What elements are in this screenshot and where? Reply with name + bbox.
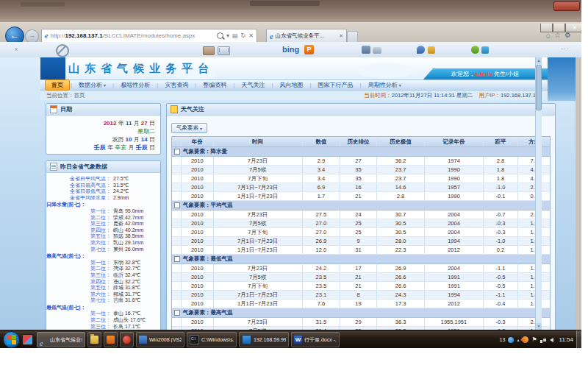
translate-icon[interactable] (481, 46, 489, 54)
bing-logo[interactable]: bing (282, 45, 299, 54)
quick-launch-icon[interactable] (22, 334, 33, 345)
taskbar-button-folder[interactable] (87, 332, 101, 347)
table-row[interactable]: 20101月1日~7月23日1.7212.81990-0.10.4 (172, 192, 550, 201)
taskbar-button-rdp[interactable]: 192.168.59.99... (239, 332, 289, 347)
table-row[interactable]: 20107月23日31.52936.31955,1951-0.32.5 (172, 318, 550, 327)
nav-item-4[interactable]: 整编资料 (197, 80, 232, 90)
folder-icon (90, 336, 98, 344)
table-row[interactable]: 20101月1日~7月23日12.03122.320120.21.6 (172, 246, 550, 255)
page-scrollbar[interactable]: ▲ ▼ (535, 57, 542, 330)
group-checkbox[interactable] (174, 202, 180, 208)
rank-value: 菏泽 32.7℃ (111, 266, 140, 272)
table-cell: 1.6 (518, 282, 550, 290)
element-filter-button[interactable]: 气象要素 ▾ (171, 123, 207, 133)
table-row[interactable]: 20107月1日~7月23日26.9928.01994-1.01.0 (172, 237, 550, 246)
nav-item-1[interactable]: 数据分析▾ (73, 80, 112, 90)
nav-item-3[interactable]: 灾害查询 (159, 80, 194, 90)
rank-value: 临沂 32.4℃ (111, 272, 140, 279)
table-cell: 2010 (182, 157, 214, 165)
weekday: 星期二 (46, 127, 155, 135)
table-row[interactable]: 20107月23日24.21726.92004-1.11.8 (172, 264, 550, 273)
table-cell: 21 (340, 282, 377, 290)
group-checkbox[interactable] (174, 256, 180, 262)
compatibility-view-icon[interactable]: ▤ (232, 32, 238, 39)
table-row[interactable]: 20107月23日2.92736.219742.87.6 (172, 157, 550, 166)
volume-icon[interactable] (550, 338, 553, 342)
table-row[interactable]: 20107月5候27.02530.52004-0.31.6 (172, 219, 550, 228)
screenshot-icon[interactable] (373, 47, 381, 54)
nav-item-5[interactable]: 天气关注 (235, 80, 270, 90)
scrollbar-thumb[interactable] (536, 65, 542, 110)
row-checkbox-col (172, 291, 182, 299)
group-header-row[interactable]: 气象要素：最高气温 (172, 308, 550, 318)
antivirus-tray-icon[interactable] (521, 335, 531, 344)
table-row[interactable]: 20101月1日~7月23日7.61917.32012-0.41.6 (172, 300, 550, 308)
rank-row: 第三位：长岛 17.1℃ (46, 324, 157, 330)
tab-close-icon[interactable]: ✕ (339, 33, 343, 39)
taskbar-button-vm[interactable]: Win2008 (VS2... (136, 332, 184, 347)
group-header-row[interactable]: 气象要素：最低气温 (172, 255, 550, 264)
nav-item-0[interactable]: 首页 (45, 79, 70, 91)
rank-row: 第六位：郯城 31.7℃ (46, 291, 157, 298)
dropdown-caret-icon[interactable]: ▾ (226, 32, 229, 39)
taskbar-button-cmd[interactable]: C:\Windows\s... (187, 332, 237, 347)
vm-icon (139, 336, 147, 344)
stop-icon[interactable]: ✕ (248, 32, 254, 39)
table-cell: 7月23日 (214, 210, 303, 219)
browser-tab[interactable]: e 山东省气候业务平... ✕ (266, 29, 347, 43)
highlighter-icon[interactable] (428, 46, 435, 54)
refresh-icon[interactable]: ↻ (241, 32, 246, 39)
background-window-close-button[interactable] (553, 1, 580, 11)
toolbar-overflow-icon[interactable]: ··· (561, 45, 570, 52)
table-row[interactable]: 20107月1日~7月23日6.91614.61957-1.02.3 (172, 183, 550, 192)
table-row[interactable]: 20107月23日27.52430.72004-0.72.0 (172, 210, 550, 219)
partner-badge-icon[interactable]: P (304, 45, 314, 54)
table-row[interactable]: 20107月下旬3.43523.719901.84.8 (172, 174, 550, 183)
taskbar-button-media[interactable] (120, 332, 134, 347)
start-button[interactable] (3, 331, 20, 348)
nav-item-6[interactable]: 风向地图 (273, 80, 309, 90)
group-checkbox[interactable] (174, 310, 180, 316)
nav-item-7[interactable]: 国家下行产品 (312, 80, 359, 90)
nav-separator: | (233, 82, 234, 88)
toolbar-close-icon[interactable]: x (15, 46, 18, 52)
stats-section-title: 日降水量(前七)： (46, 202, 157, 208)
taskbar-clock[interactable]: 11:54 (559, 336, 573, 343)
photo-icon[interactable] (203, 46, 215, 55)
group-header-row[interactable]: 气象要素：平均气温 (172, 201, 550, 210)
show-hidden-icons[interactable]: ▴ (517, 337, 519, 342)
mail-icon[interactable] (218, 46, 230, 55)
settings-gear-icon[interactable]: ⚙ (564, 31, 571, 39)
table-cell: 26.9 (303, 237, 341, 245)
taskbar-button-ie[interactable]: 山东省气候业务平... (37, 332, 85, 347)
group-header-row[interactable]: 气象要素：降水量 (172, 147, 550, 157)
table-row[interactable]: 20107月5候3.43523.719901.84.8 (172, 166, 550, 174)
group-checkbox[interactable] (174, 149, 180, 155)
action-center-flag-icon[interactable]: ⚑ (531, 336, 537, 343)
nav-item-2[interactable]: 极端性分析 (115, 80, 156, 90)
favorites-star-icon[interactable]: ☆ (554, 31, 561, 39)
taskbar-button-orange-app[interactable] (104, 332, 118, 347)
ime-indicator[interactable]: 13 (500, 337, 506, 342)
scroll-down-icon[interactable]: ▼ (536, 323, 542, 330)
taskbar-button-word[interactable]: 行千量.docx -... (291, 332, 340, 347)
table-row[interactable]: 20107月5候23.52126.61991-0.51.6 (172, 273, 550, 282)
address-bar[interactable]: e http://192.168.137.1/SLCCLIMATE/module… (41, 29, 257, 43)
palette-icon[interactable] (417, 46, 425, 54)
show-desktop-button[interactable] (576, 330, 581, 348)
home-icon[interactable]: ⌂ (546, 31, 551, 39)
blocked-icon[interactable] (56, 44, 69, 57)
rank-label: 第一位： (46, 208, 111, 215)
row-checkbox-col (172, 282, 182, 290)
scroll-up-icon[interactable]: ▲ (536, 57, 542, 64)
table-row[interactable]: 20107月下旬27.02530.52004-0.31.6 (172, 228, 550, 237)
messenger-tray-icon[interactable] (508, 337, 514, 343)
camera-icon[interactable] (362, 46, 370, 54)
search-icon[interactable] (217, 32, 223, 39)
table-row[interactable]: 20107月1日~7月23日23.1824.31994-1.11.0 (172, 291, 550, 300)
nav-item-8[interactable]: 周期性分析▾ (362, 80, 407, 90)
background-window (250, 1, 320, 6)
share-icon[interactable] (471, 46, 479, 54)
table-cell: 2010 (182, 264, 214, 272)
table-row[interactable]: 20107月下旬23.52126.61991-0.51.6 (172, 282, 550, 291)
